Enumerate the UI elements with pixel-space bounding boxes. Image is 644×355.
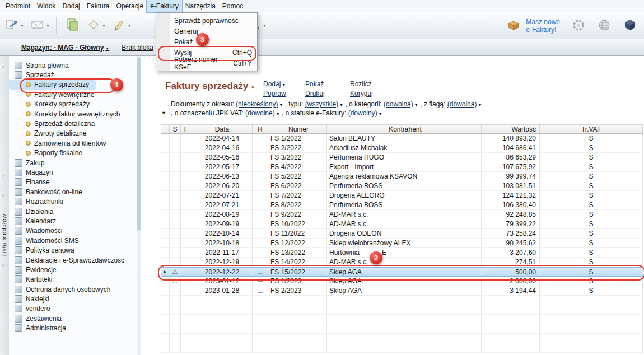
sidebar-item-Deklaracje i e-Sprawozdawczość[interactable]: Deklaracje i e-Sprawozdawczość <box>9 255 137 265</box>
sidebar-item-Finanse[interactable]: Finanse <box>9 178 137 187</box>
sidebar-item-Bankowość on-line[interactable]: Bankowość on-line <box>9 187 137 197</box>
sidebar-item-Wiadomości[interactable]: Wiadomości <box>9 226 137 236</box>
action-Rozlicz[interactable]: Rozlicz <box>350 80 372 88</box>
column-header-F[interactable]: F <box>181 125 192 133</box>
settings-gear-icon[interactable] <box>571 18 586 34</box>
sidebar-item-Magazyn[interactable]: Magazyn <box>9 167 137 177</box>
sidebar-item-Raporty fiskalne[interactable]: Raporty fiskalne <box>9 148 137 158</box>
table-row[interactable]: 2022-07-21FS 7/2022Drogeria ALEGRO124 12… <box>161 191 643 200</box>
table-row[interactable]: 2023-01-28FS 2/2023Sklep AGA3 194,44S <box>161 286 643 296</box>
efaktury-notification[interactable]: Masz nowe e-Faktury! <box>506 18 560 34</box>
sidebar-item-vendero[interactable]: vendero <box>9 304 137 314</box>
sidebar-item-Rozrachunki[interactable]: Rozrachunki <box>9 197 137 206</box>
filter-funnel-icon[interactable]: ▼ <box>161 110 166 116</box>
cell-numer <box>268 334 327 343</box>
sidebar-item-Naklejki[interactable]: Naklejki <box>9 294 137 303</box>
action-Pokaż[interactable]: Pokaż <box>305 80 324 88</box>
filter-link-(dowolna)[interactable]: (dowolna)▼ <box>447 100 482 108</box>
sidebar-item-Administracja[interactable]: Administracja <box>9 324 137 333</box>
table-row[interactable]: 2022-06-20FS 6/2022Perfumeria BOSS103 08… <box>161 181 643 191</box>
sidebar-scrollbar[interactable] <box>137 56 141 355</box>
menubar-item-Widok[interactable]: Widok <box>34 0 59 12</box>
cell-f <box>181 162 192 171</box>
cell-ind <box>161 219 170 228</box>
table-row[interactable]: ⚠2023-01-12FS 1/2023Sklep AGA2 000,00S <box>161 277 643 286</box>
table-row[interactable]: 2022-05-17FS 4/2022Export - Import107 67… <box>161 162 643 172</box>
sidebar-item-Faktury sprzedaży[interactable]: Faktury sprzedaży <box>9 80 96 90</box>
menubar-item-e-Faktury[interactable]: e-Faktury <box>147 0 182 12</box>
column-header-Kontrahent[interactable]: Kontrahent <box>327 125 482 133</box>
column-header-Wartość[interactable]: Wartość <box>482 125 540 133</box>
filter-link-(dowolne)[interactable]: (dowolne)▼ <box>245 109 280 117</box>
note-icon <box>258 270 263 274</box>
action-Drukuj[interactable]: Drukuj <box>305 90 325 97</box>
sidebar-item-Strona główna[interactable]: Strona główna <box>9 60 137 70</box>
page-title[interactable]: Faktury sprzedaży▼ <box>165 81 255 92</box>
sidebar-item-Korekty faktur wewnętrznych[interactable]: Korekty faktur wewnętrznych <box>9 109 137 119</box>
sidebar-item-Polityka cenowa[interactable]: Polityka cenowa <box>9 245 137 255</box>
chevron-right-icon[interactable]: › <box>2 193 4 198</box>
cell-ind <box>161 191 170 200</box>
column-header-indicator[interactable] <box>161 125 170 133</box>
column-header-Tr.VAT[interactable]: Tr.VAT <box>540 125 643 133</box>
table-row[interactable]: 2022-09-19FS 10/2022AD-MAR s.c.79 399,22… <box>161 219 643 229</box>
sidebar-item-Ochrona danych osobowych[interactable]: Ochrona danych osobowych <box>9 284 137 294</box>
brak-blokad-link[interactable]: Brak bloka <box>122 44 153 52</box>
menubar-item-Operacje[interactable]: Operacje <box>113 0 147 12</box>
bullet-icon <box>26 141 31 146</box>
chevron-right-icon[interactable]: › <box>2 174 4 179</box>
table-row[interactable]: 2022-10-18FS 12/2022Sklep wielobranżowy … <box>161 239 643 248</box>
magazyn-selector[interactable]: Magazyn: - MAG - Główny▼ <box>21 44 109 52</box>
sidebar-item-Wiadomości SMS[interactable]: Wiadomości SMS <box>9 236 137 245</box>
column-header-Numer[interactable]: Numer <box>268 125 327 133</box>
column-header-S[interactable]: S <box>170 125 181 133</box>
documents-button[interactable] <box>64 16 82 36</box>
sidebar-item-Zestawienia[interactable]: Zestawienia <box>9 314 137 323</box>
sidebar-item-Sprzedaż detaliczna[interactable]: Sprzedaż detaliczna <box>9 119 137 128</box>
sidebar-item-Działania[interactable]: Działania <box>9 207 137 216</box>
column-header-Data[interactable]: Data <box>192 125 253 133</box>
column-header-R[interactable]: R <box>253 125 268 133</box>
table-row[interactable]: 2022-05-16FS 3/2022Perfumeria HUGO86 653… <box>161 153 643 162</box>
table-row[interactable]: ►⚠2022-12-22FS 15/2022Sklep AGA500,00S <box>161 267 643 277</box>
sidebar-item-Ewidencje[interactable]: Ewidencje <box>9 265 137 274</box>
cube-icon[interactable] <box>623 18 637 34</box>
sidebar-item-Kalendarz[interactable]: Kalendarz <box>9 216 137 226</box>
sidebar-item-Zwroty detaliczne[interactable]: Zwroty detaliczne <box>9 129 137 138</box>
menubar-item-Faktura[interactable]: Faktura <box>83 0 113 12</box>
menu-item-Sprawdź poprawność[interactable]: Sprawdź poprawność <box>157 15 256 26</box>
filter-link-(dowolny)[interactable]: (dowolny)▼ <box>348 109 382 117</box>
table-row[interactable]: 2022-10-14FS 11/2022Drogeria ODEON73 258… <box>161 229 643 239</box>
table-row[interactable]: 2022-04-16FS 2/2022Arkadiusz Michalak104… <box>161 143 643 153</box>
menubar-item-Pomoc[interactable]: Pomoc <box>219 0 246 12</box>
table-row[interactable]: 2022-12-19FS 14/2022AD-MAR s.c.274,51S <box>161 258 643 267</box>
menubar-item-Dodaj[interactable]: Dodaj <box>59 0 83 12</box>
send-document-button[interactable]: ▼ <box>3 16 26 36</box>
table-row[interactable]: 2022-04-14FS 1/2022Salon BEAUTY140 893,2… <box>161 134 643 143</box>
menu-item-Pobierz numer KSeF[interactable]: Pobierz numer KSeFCtrl+Y <box>157 58 256 68</box>
mail-button[interactable]: ▼ <box>29 16 52 36</box>
menubar-item-Narzędzia[interactable]: Narzędzia <box>182 0 219 12</box>
eraser-button[interactable]: ▼ <box>85 16 108 36</box>
table-row[interactable]: 2022-11-17FS 13/2022HurtowniaE3 207,60S <box>161 248 643 258</box>
table-row[interactable]: 2022-06-13FS 5/2022Agencja reklamowa KSA… <box>161 172 643 181</box>
filter-link-(nieokreślony)[interactable]: (nieokreślony)▼ <box>236 100 283 108</box>
cell-ind <box>161 134 170 143</box>
action-Dodaj[interactable]: Dodaj▼ <box>263 80 286 88</box>
chevron-right-icon[interactable]: › <box>2 263 4 268</box>
chevron-right-icon[interactable]: › <box>2 64 4 69</box>
sidebar-item-Korekty sprzedaży[interactable]: Korekty sprzedaży <box>9 100 137 109</box>
sidebar-item-Zakup[interactable]: Zakup <box>9 158 137 167</box>
globe-icon[interactable] <box>597 18 612 34</box>
sidebar-item-Kartoteki[interactable]: Kartoteki <box>9 275 137 284</box>
action-Popraw[interactable]: Popraw <box>263 90 286 97</box>
edit-button[interactable]: ▼ <box>110 16 133 36</box>
filter-link-(dowolna)[interactable]: (dowolna)▼ <box>384 100 418 108</box>
sidebar-item-Zamówienia od klientów[interactable]: Zamówienia od klientów <box>9 138 137 148</box>
table-row[interactable]: 2022-07-21FS 8/2022Perfumeria BOSS106 38… <box>161 200 643 210</box>
action-Koryguj[interactable]: Koryguj <box>350 90 373 97</box>
menubar-item-Podmiot[interactable]: Podmiot <box>2 0 34 12</box>
table-row[interactable]: 2022-08-19FS 9/2022AD-MAR s.c.92 248,85S <box>161 210 643 219</box>
filter-link-(wszystkie)[interactable]: (wszystkie)▼ <box>305 100 343 108</box>
scrollbar-thumb[interactable] <box>137 57 141 231</box>
